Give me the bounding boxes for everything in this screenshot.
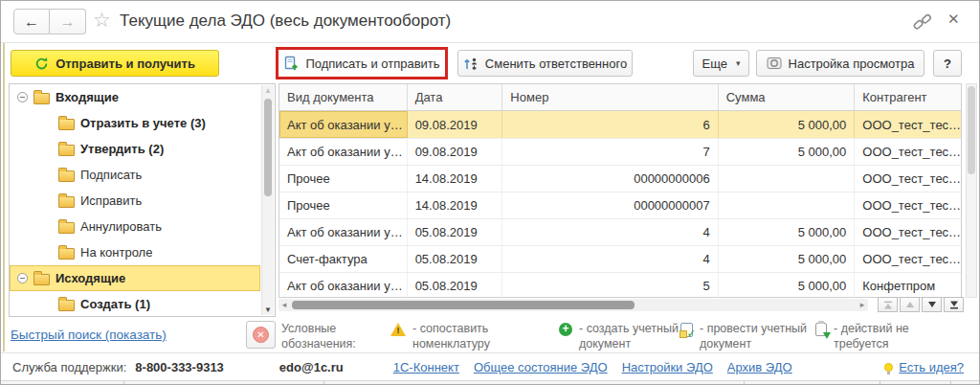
- table-cell[interactable]: 5: [502, 273, 718, 299]
- table-cell[interactable]: 6: [502, 111, 718, 138]
- favorite-star-icon[interactable]: ☆: [93, 9, 111, 32]
- table-cell[interactable]: 5 000,00: [719, 219, 856, 245]
- table-cell[interactable]: [719, 166, 856, 192]
- tree-item[interactable]: Утвердить (2): [10, 136, 260, 162]
- scroll-down-icon[interactable]: ▼: [262, 306, 274, 314]
- table-column-header[interactable]: Контрагент: [855, 84, 961, 110]
- table-row[interactable]: Акт об оказании у…09.08.201965 000,00ООО…: [279, 111, 961, 138]
- hscroll-right-icon[interactable]: ▸: [857, 299, 868, 311]
- table-cell[interactable]: Прочее: [279, 166, 408, 192]
- tree-item[interactable]: Отразить в учете (3): [10, 110, 260, 136]
- table-cell[interactable]: Счет-фактура: [279, 246, 408, 272]
- table-cell[interactable]: ООО_тест_тес…: [855, 166, 961, 192]
- table-cell[interactable]: ООО_тест_тес…: [855, 219, 961, 245]
- tree-item[interactable]: Создать (1): [10, 291, 260, 317]
- tree-item[interactable]: Аннулировать: [10, 214, 260, 239]
- table-row[interactable]: Прочее14.08.201900000000006ООО_тест_тес…: [279, 165, 961, 192]
- back-button[interactable]: ←: [13, 9, 50, 34]
- table-cell[interactable]: Прочее: [279, 192, 408, 218]
- send-receive-button[interactable]: Отправить и получить: [11, 50, 219, 77]
- vscrollbar-thumb[interactable]: [968, 86, 975, 174]
- table-cell[interactable]: [719, 192, 856, 218]
- table-cell[interactable]: Конфетпром: [855, 273, 961, 299]
- go-last-row-button[interactable]: [944, 297, 964, 312]
- more-button[interactable]: Еще ▾: [693, 50, 749, 77]
- go-first-row-button[interactable]: [878, 297, 898, 312]
- table-column-header[interactable]: Дата: [408, 84, 503, 110]
- view-settings-button[interactable]: Настройка просмотра: [756, 50, 924, 77]
- table-cell[interactable]: 4: [502, 246, 718, 272]
- table-cell[interactable]: 09.08.2019: [408, 139, 503, 165]
- table-column-header[interactable]: Номер: [502, 84, 718, 110]
- table-cell[interactable]: 5 000,00: [719, 273, 856, 299]
- table-cell[interactable]: Акт об оказании у…: [279, 273, 408, 299]
- footer-link[interactable]: 1С-Коннект: [393, 360, 459, 374]
- table-row[interactable]: Акт об оказании у…05.08.201945 000,00ООО…: [279, 218, 961, 245]
- clear-cross-icon: ✕: [253, 327, 269, 343]
- table-row[interactable]: Счет-фактура05.08.201945 000,00ООО_тест_…: [279, 245, 961, 272]
- tree-item-label: Подписать: [80, 168, 142, 182]
- table-cell[interactable]: ООО_тест_тес…: [855, 111, 961, 138]
- help-button[interactable]: ?: [933, 50, 962, 77]
- tree-item[interactable]: Исходящие: [10, 265, 260, 291]
- table-hscrollbar[interactable]: ◂ ▸: [278, 299, 868, 311]
- table-cell[interactable]: ООО_тест_тес…: [855, 139, 961, 165]
- row-up-button[interactable]: [900, 297, 920, 312]
- view-settings-label: Настройка просмотра: [789, 57, 915, 71]
- idea-link[interactable]: Есть идея?: [899, 360, 964, 374]
- table-cell[interactable]: 5 000,00: [719, 139, 856, 165]
- table-cell[interactable]: 5 000,00: [719, 111, 856, 138]
- table-column-header[interactable]: Вид документа: [279, 84, 408, 110]
- tree-item[interactable]: На контроле: [10, 239, 260, 265]
- tree-item-label: Исправить: [80, 193, 142, 208]
- table-cell[interactable]: 05.08.2019: [408, 273, 503, 299]
- forward-button[interactable]: →: [50, 9, 86, 34]
- table-cell[interactable]: ООО_тест_тес…: [855, 246, 961, 272]
- footer-link[interactable]: Общее состояние ЭДО: [474, 360, 608, 374]
- table-vscrollbar[interactable]: [966, 83, 977, 298]
- tree-item[interactable]: Входящие: [10, 84, 260, 110]
- row-down-button[interactable]: [922, 297, 942, 312]
- table-cell[interactable]: Акт об оказании у…: [279, 139, 408, 165]
- link-icon[interactable]: [913, 13, 932, 34]
- create-doc-icon: [559, 323, 572, 336]
- table-cell[interactable]: 00000000006: [502, 166, 718, 192]
- table-cell[interactable]: 14.08.2019: [408, 166, 503, 192]
- folder-icon: [58, 170, 75, 182]
- hscrollbar-thumb[interactable]: [292, 301, 635, 309]
- table-cell[interactable]: 5 000,00: [719, 246, 856, 272]
- change-responsible-button[interactable]: Сменить ответственного: [457, 50, 633, 77]
- table-row[interactable]: Прочее14.08.201900000000007ООО_тест_тес…: [279, 192, 961, 218]
- column-header-label: Дата: [415, 90, 443, 104]
- tree-scrollbar[interactable]: ▲ ▼: [261, 85, 274, 315]
- table-cell[interactable]: Акт об оказании у…: [279, 111, 408, 138]
- table-cell[interactable]: 05.08.2019: [408, 219, 503, 245]
- tree-item[interactable]: Подписать: [10, 162, 260, 188]
- hscroll-left-icon[interactable]: ◂: [278, 299, 290, 311]
- table-cell[interactable]: 4: [502, 219, 718, 245]
- table-row[interactable]: Акт об оказании у…05.08.201955 000,00Кон…: [279, 272, 961, 299]
- close-icon[interactable]: ✕: [947, 11, 960, 28]
- tree-scrollbar-thumb[interactable]: [264, 99, 272, 196]
- change-responsible-label: Сменить ответственного: [485, 57, 627, 71]
- tree-item-label: Утвердить (2): [80, 142, 164, 156]
- scroll-up-icon[interactable]: ▲: [262, 86, 274, 95]
- quick-search-link[interactable]: Быстрый поиск (показать): [11, 328, 167, 342]
- send-receive-label: Отправить и получить: [56, 57, 195, 71]
- clear-button[interactable]: ✕: [246, 321, 276, 349]
- table-cell[interactable]: 7: [502, 139, 718, 165]
- table-cell[interactable]: 09.08.2019: [408, 111, 503, 138]
- table-row[interactable]: Акт об оказании у…09.08.201975 000,00ООО…: [279, 138, 961, 165]
- table-cell[interactable]: 14.08.2019: [408, 192, 503, 218]
- collapse-icon[interactable]: [17, 273, 28, 283]
- table-cell[interactable]: ООО_тест_тес…: [855, 192, 961, 218]
- tree-item[interactable]: Исправить: [10, 188, 260, 214]
- table-cell[interactable]: Акт об оказании у…: [279, 219, 408, 245]
- table-cell[interactable]: 05.08.2019: [408, 246, 503, 272]
- table-cell[interactable]: 00000000007: [502, 192, 718, 218]
- table-column-header[interactable]: Сумма: [719, 84, 856, 110]
- collapse-icon[interactable]: [17, 92, 28, 102]
- footer-link[interactable]: Архив ЭДО: [727, 360, 792, 374]
- sign-send-button[interactable]: Подписать и отправить: [278, 50, 445, 77]
- footer-link[interactable]: Настройки ЭДО: [622, 360, 713, 374]
